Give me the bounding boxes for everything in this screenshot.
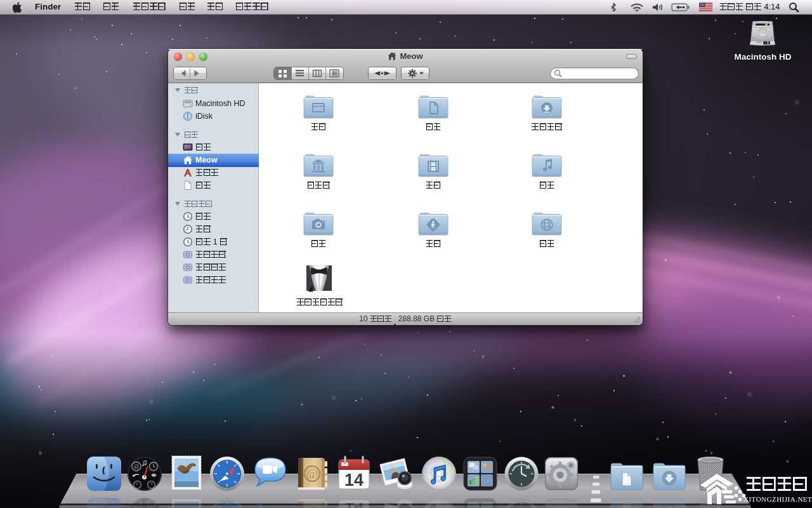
svg-text:14: 14 [344, 471, 363, 490]
svg-text:@: @ [306, 467, 318, 481]
svg-text:@: @ [134, 464, 140, 470]
